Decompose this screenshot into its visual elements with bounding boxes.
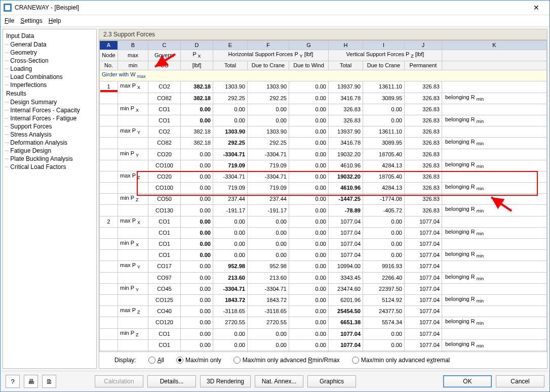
results-grid[interactable]: A B C D E F G H I J K: [99, 40, 547, 352]
table-row[interactable]: 2max P XCO10.000.000.000.001077.040.0010…: [100, 216, 547, 227]
ok-button[interactable]: OK: [443, 375, 492, 387]
nav-item[interactable]: Deformation Analysis: [4, 139, 95, 147]
radio-maxmin-rminrmax[interactable]: Max/min only advanced Rmin/Rmax: [233, 357, 340, 364]
table-row[interactable]: min P YCO200.00-3304.71-3304.710.0019032…: [100, 149, 547, 160]
menu-help[interactable]: Help: [49, 17, 61, 24]
table-row[interactable]: min P ZCO500.00237.44237.440.00-1447.25-…: [100, 194, 547, 205]
table-row[interactable]: min P XCO10.000.000.000.001077.040.00107…: [100, 239, 547, 250]
table-row[interactable]: CO82382.18292.25292.250.003416.783089.95…: [100, 93, 547, 104]
col-A[interactable]: A: [100, 41, 118, 50]
calculation-button[interactable]: Calculation: [95, 375, 143, 387]
graphics-button[interactable]: Graphics: [307, 375, 356, 387]
table-row[interactable]: CO10.000.000.000.001077.040.001077.04bel…: [100, 250, 547, 261]
svg-rect-1: [5, 5, 10, 10]
nav-item[interactable]: Load Combinations: [4, 73, 95, 81]
header-row-1: Node max Govern. P X Horizontal Support …: [100, 50, 547, 61]
table-row[interactable]: max P ZCO200.00-3304.71-3304.710.0019032…: [100, 171, 547, 182]
nav-tree[interactable]: Input Data General DataGeometryCross-Sec…: [3, 29, 97, 369]
table-row[interactable]: CO1300.00-191.17-191.170.00-78.89-405.72…: [100, 205, 547, 216]
cancel-button[interactable]: Cancel: [496, 375, 544, 387]
table-row[interactable]: min P XCO10.000.000.000.00326.830.00326.…: [100, 104, 547, 115]
table-row[interactable]: CO1000.00719.09719.090.004610.964284.133…: [100, 183, 547, 194]
radio-all[interactable]: All: [148, 357, 164, 364]
menu-file[interactable]: File: [5, 17, 14, 24]
table-row[interactable]: 1max P XCO2382.181303.901303.900.0013937…: [100, 81, 547, 93]
nav-item[interactable]: Internal Forces - Fatigue: [4, 114, 95, 122]
col-G[interactable]: G: [289, 41, 329, 50]
nav-input-data[interactable]: Input Data: [4, 31, 95, 40]
table-row[interactable]: max P YCO2382.181303.901303.900.0013937.…: [100, 126, 547, 138]
nav-item[interactable]: General Data: [4, 40, 95, 49]
col-E[interactable]: E: [213, 41, 248, 50]
3d-rendering-button[interactable]: 3D Rendering: [200, 375, 251, 387]
table-row[interactable]: min P YCO450.00-3304.71-3304.710.0023474…: [100, 283, 547, 294]
help-button[interactable]: ?: [6, 375, 20, 388]
footer: ? 🖶 🗎 Calculation Details... 3D Renderin…: [1, 371, 549, 391]
nav-item[interactable]: Imperfections: [4, 81, 95, 89]
save-results-button[interactable]: 🗎: [42, 375, 56, 388]
menu-settings[interactable]: Settings: [20, 17, 42, 24]
titlebar: CRANEWAY - [Beispiel] ✕: [1, 1, 549, 15]
col-I[interactable]: I: [363, 41, 405, 50]
details-button[interactable]: Details...: [147, 375, 196, 387]
app-window: CRANEWAY - [Beispiel] ✕ File Settings He…: [0, 0, 550, 392]
table-row[interactable]: max P YCO170.00952.98952.980.0010994.009…: [100, 261, 547, 272]
nav-item[interactable]: Loading: [4, 65, 95, 73]
nav-item[interactable]: Fatigue Design: [4, 147, 95, 155]
group-header: Girder with W max: [100, 70, 547, 81]
radio-maxmin[interactable]: Max/min only: [176, 357, 221, 364]
export-button[interactable]: 🖶: [24, 375, 38, 388]
table-row[interactable]: CO1250.001843.721843.720.006201.965124.9…: [100, 294, 547, 306]
col-D[interactable]: D: [181, 41, 213, 50]
header-px: P X: [181, 50, 213, 61]
main-panel: 2.3 Support Forces A B C D E: [99, 29, 547, 369]
close-button[interactable]: ✕: [526, 4, 546, 12]
table-row[interactable]: CO10.000.000.000.00326.830.00326.83belon…: [100, 115, 547, 126]
display-label: Display:: [114, 357, 136, 364]
table-row[interactable]: CO1000.00719.09719.090.004610.964284.133…: [100, 160, 547, 171]
header-pz-group: Vertical Support Forces P Z [lbf]: [329, 50, 442, 61]
nat-annex-button[interactable]: Nat. Annex...: [255, 375, 303, 387]
nav-item[interactable]: Internal Forces - Capacity: [4, 106, 95, 114]
col-K[interactable]: K: [442, 41, 547, 50]
nav-item[interactable]: Cross-Section: [4, 57, 95, 65]
app-icon: [4, 4, 12, 12]
table-row[interactable]: CO82382.18292.25292.250.003416.783089.95…: [100, 138, 547, 149]
nav-item[interactable]: Geometry: [4, 49, 95, 57]
table-row[interactable]: 3max P XCO10.000.000.000.00326.830.00326…: [100, 351, 547, 352]
window-title: CRANEWAY - [Beispiel]: [15, 4, 526, 11]
table-row[interactable]: CO10.000.000.000.001077.040.001077.04bel…: [100, 339, 547, 351]
col-J[interactable]: J: [405, 41, 442, 50]
table-row[interactable]: CO970.00213.60213.600.003343.452266.4010…: [100, 272, 547, 283]
nav-item[interactable]: Support Forces: [4, 122, 95, 130]
display-bar: Display: All Max/min only Max/min only a…: [99, 352, 547, 369]
col-B[interactable]: B: [118, 41, 148, 50]
table-row[interactable]: CO10.000.000.000.001077.040.001077.04bel…: [100, 227, 547, 238]
table-row[interactable]: CO1200.002720.552720.550.006651.385574.3…: [100, 317, 547, 328]
header-py-group: Horizontal Support Forces P Y [lbf]: [213, 50, 329, 61]
table-row[interactable]: min P ZCO10.000.000.000.001077.040.00107…: [100, 328, 547, 339]
nav-results[interactable]: Results: [4, 89, 95, 98]
col-C[interactable]: C: [148, 41, 181, 50]
menubar: File Settings Help: [1, 15, 549, 27]
panel-title: 2.3 Support Forces: [99, 29, 547, 40]
radio-maxmin-extremal[interactable]: Max/min only advanced extremal: [352, 357, 450, 364]
col-F[interactable]: F: [248, 41, 289, 50]
nav-item[interactable]: Design Summary: [4, 98, 95, 106]
col-H[interactable]: H: [329, 41, 363, 50]
results-table: A B C D E F G H I J K: [99, 40, 547, 352]
column-letters: A B C D E F G H I J K: [100, 41, 547, 50]
header-row-2: No. min CO [lbf] Total Due to Crane Due …: [100, 61, 547, 70]
table-row[interactable]: max P ZCO400.00-3118.65-3118.650.0025454…: [100, 306, 547, 317]
body: Input Data General DataGeometryCross-Sec…: [1, 27, 549, 371]
nav-item[interactable]: Critical Load Factors: [4, 163, 95, 171]
nav-item[interactable]: Plate Buckling Analysis: [4, 155, 95, 163]
nav-item[interactable]: Stress Analysis: [4, 130, 95, 139]
